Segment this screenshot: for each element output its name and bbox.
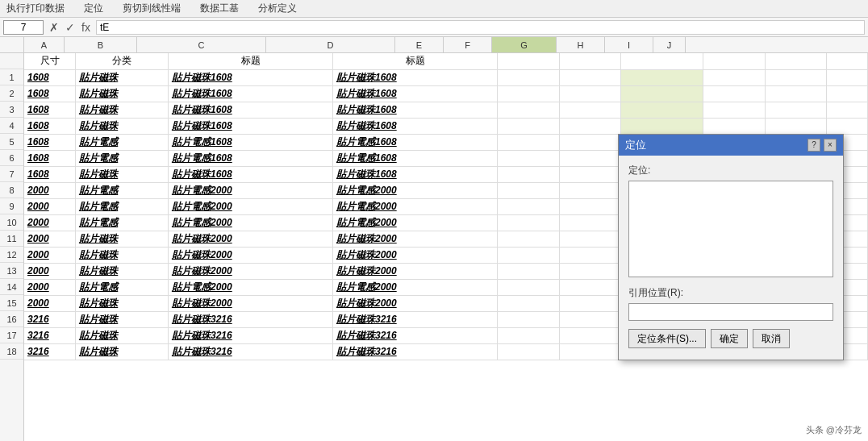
cell-r17-c2[interactable]: 貼片磁珠3216 xyxy=(169,343,333,360)
cell-r2-c8[interactable] xyxy=(765,102,827,118)
header-cell-3[interactable]: 标题 xyxy=(333,53,498,69)
cell-r5-c1[interactable]: 貼片電感 xyxy=(76,150,169,166)
cell-r17-c3[interactable]: 貼片磁珠3216 xyxy=(333,343,498,360)
cell-r0-c6[interactable] xyxy=(621,69,703,85)
cell-r0-c1[interactable]: 貼片磁珠 xyxy=(76,69,169,85)
cell-r7-c0[interactable]: 2000 xyxy=(24,182,76,198)
cell-r15-c3[interactable]: 貼片磁珠3216 xyxy=(333,311,498,327)
cell-r7-c2[interactable]: 貼片電感2000 xyxy=(169,182,333,198)
cell-r4-c5[interactable] xyxy=(559,134,621,150)
cell-r11-c1[interactable]: 貼片磁珠 xyxy=(76,247,169,263)
cell-r2-c0[interactable]: 1608 xyxy=(24,102,76,118)
menu-item-3[interactable]: 剪切到线性端 xyxy=(119,0,184,17)
cell-r0-c5[interactable] xyxy=(559,69,621,85)
cell-r17-c4[interactable] xyxy=(498,343,560,360)
header-cell-5[interactable] xyxy=(559,53,621,69)
cell-r1-c9[interactable] xyxy=(827,85,868,102)
cell-r3-c6[interactable] xyxy=(621,118,703,134)
cell-r2-c9[interactable] xyxy=(827,102,868,118)
header-cell-9[interactable] xyxy=(827,53,868,69)
cell-r9-c3[interactable]: 貼片電感2000 xyxy=(333,214,498,231)
cell-r8-c4[interactable] xyxy=(498,198,560,214)
header-cell-7[interactable] xyxy=(703,53,766,69)
cell-r3-c2[interactable]: 貼片磁珠1608 xyxy=(169,118,333,134)
cell-r10-c3[interactable]: 貼片磁珠2000 xyxy=(333,231,498,247)
dialog-special-button[interactable]: 定位条件(S)... xyxy=(628,329,706,348)
header-cell-4[interactable] xyxy=(498,53,560,69)
cell-r7-c5[interactable] xyxy=(559,182,621,198)
cell-r17-c1[interactable]: 貼片磁珠 xyxy=(76,343,169,360)
cell-r3-c1[interactable]: 貼片磁珠 xyxy=(76,118,169,134)
cell-r5-c4[interactable] xyxy=(498,150,560,166)
cell-r11-c2[interactable]: 貼片磁珠2000 xyxy=(169,247,333,263)
cell-r2-c7[interactable] xyxy=(703,102,766,118)
cell-r0-c2[interactable]: 貼片磁珠1608 xyxy=(169,69,333,85)
cell-r3-c8[interactable] xyxy=(765,118,827,134)
cell-r13-c3[interactable]: 貼片電感2000 xyxy=(333,279,498,295)
cell-r6-c1[interactable]: 貼片磁珠 xyxy=(76,166,169,182)
cell-r1-c7[interactable] xyxy=(703,85,766,102)
cell-r1-c6[interactable] xyxy=(621,85,703,102)
cell-r0-c7[interactable] xyxy=(703,69,766,85)
cell-r3-c9[interactable] xyxy=(827,118,868,134)
cell-r1-c4[interactable] xyxy=(498,85,560,102)
header-cell-1[interactable]: 分类 xyxy=(76,53,169,69)
cell-r17-c5[interactable] xyxy=(559,343,621,360)
cell-r15-c0[interactable]: 3216 xyxy=(24,311,76,327)
cell-r16-c0[interactable]: 3216 xyxy=(24,327,76,343)
cell-r12-c4[interactable] xyxy=(498,263,560,279)
cell-r5-c2[interactable]: 貼片電感1608 xyxy=(169,150,333,166)
col-header-i[interactable]: I xyxy=(605,37,653,52)
cell-r10-c4[interactable] xyxy=(498,231,560,247)
cell-r4-c3[interactable]: 貼片電感1608 xyxy=(333,134,498,150)
cell-r6-c4[interactable] xyxy=(498,166,560,182)
dialog-ok-button[interactable]: 确定 xyxy=(711,329,748,348)
cell-r14-c1[interactable]: 貼片磁珠 xyxy=(76,295,169,311)
cell-r12-c2[interactable]: 貼片磁珠2000 xyxy=(169,263,333,279)
cell-r8-c5[interactable] xyxy=(559,198,621,214)
cell-r4-c0[interactable]: 1608 xyxy=(24,134,76,150)
cell-r5-c0[interactable]: 1608 xyxy=(24,150,76,166)
cell-r15-c5[interactable] xyxy=(559,311,621,327)
dialog-close-button[interactable]: × xyxy=(824,139,837,152)
cell-r1-c1[interactable]: 貼片磁珠 xyxy=(76,85,169,102)
cell-r16-c3[interactable]: 貼片磁珠3216 xyxy=(333,327,498,343)
cell-r11-c4[interactable] xyxy=(498,247,560,263)
cell-r13-c1[interactable]: 貼片電感 xyxy=(76,279,169,295)
cell-r14-c4[interactable] xyxy=(498,295,560,311)
cell-r16-c2[interactable]: 貼片磁珠3216 xyxy=(169,327,333,343)
col-header-c[interactable]: C xyxy=(137,37,266,52)
menu-item-5[interactable]: 分析定义 xyxy=(255,0,300,17)
cell-r1-c3[interactable]: 貼片磁珠1608 xyxy=(333,85,498,102)
col-header-g[interactable]: G xyxy=(492,37,557,52)
cell-r1-c8[interactable] xyxy=(765,85,827,102)
dialog-help-button[interactable]: ? xyxy=(807,139,820,152)
cell-r0-c0[interactable]: 1608 xyxy=(24,69,76,85)
menu-item-4[interactable]: 数据工基 xyxy=(197,0,242,17)
menu-item-2[interactable]: 定位 xyxy=(81,0,106,17)
cell-r16-c1[interactable]: 貼片磁珠 xyxy=(76,327,169,343)
cell-r6-c3[interactable]: 貼片磁珠1608 xyxy=(333,166,498,182)
cell-r6-c5[interactable] xyxy=(559,166,621,182)
menu-item-1[interactable]: 执行打印数据 xyxy=(3,0,68,17)
cell-r10-c0[interactable]: 2000 xyxy=(24,231,76,247)
cell-r0-c8[interactable] xyxy=(765,69,827,85)
cell-r8-c1[interactable]: 貼片電感 xyxy=(76,198,169,214)
cell-r9-c2[interactable]: 貼片電感2000 xyxy=(169,214,333,231)
cell-r9-c5[interactable] xyxy=(559,214,621,231)
cell-r1-c2[interactable]: 貼片磁珠1608 xyxy=(169,85,333,102)
cell-r15-c4[interactable] xyxy=(498,311,560,327)
cell-r2-c2[interactable]: 貼片磁珠1608 xyxy=(169,102,333,118)
cancel-icon[interactable]: ✗ xyxy=(47,21,61,34)
header-cell-6[interactable] xyxy=(621,53,703,69)
cell-r9-c4[interactable] xyxy=(498,214,560,231)
cell-r9-c0[interactable]: 2000 xyxy=(24,214,76,231)
cell-r11-c3[interactable]: 貼片磁珠2000 xyxy=(333,247,498,263)
cell-r0-c4[interactable] xyxy=(498,69,560,85)
cell-r0-c9[interactable] xyxy=(827,69,868,85)
cell-r13-c2[interactable]: 貼片電感2000 xyxy=(169,279,333,295)
cell-r12-c0[interactable]: 2000 xyxy=(24,263,76,279)
col-header-f[interactable]: F xyxy=(444,37,492,52)
cell-r5-c5[interactable] xyxy=(559,150,621,166)
cell-r13-c4[interactable] xyxy=(498,279,560,295)
